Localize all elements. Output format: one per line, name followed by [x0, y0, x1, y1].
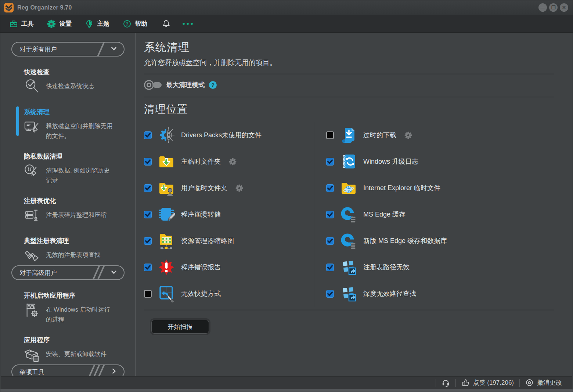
checkbox-checked[interactable]: [144, 158, 152, 166]
typical-registry-cleanup-icon: [24, 247, 42, 265]
cleanup-item: 用户临时文件夹: [144, 175, 314, 201]
checkbox-checked[interactable]: [326, 158, 334, 166]
cleanup-item: 程序错误报告: [144, 254, 314, 280]
checkbox-checked[interactable]: [144, 131, 152, 139]
sidebar-item-title: 开机启动应用程序: [24, 291, 132, 300]
undo-label: 撤消更改: [537, 378, 562, 387]
invalid-shortcuts-icon: [157, 284, 176, 303]
checkbox-checked[interactable]: [326, 237, 334, 245]
sidebar-group-label: 对于所有用户: [19, 45, 57, 54]
toolbar-help-label: 帮助: [135, 19, 147, 28]
overflow-menu-icon[interactable]: [181, 22, 194, 26]
cleanup-item: 新版 MS Edge 缓存和数据库: [326, 228, 554, 254]
sidebar-group-header[interactable]: 对于高级用户: [11, 265, 125, 280]
app-window: Reg Organizer 9.70 — ❐ ✕ 工具 设置 主题 ?: [0, 0, 573, 392]
drivers-packs-icon: [157, 126, 176, 145]
error-reports-icon: [157, 258, 176, 277]
cleanup-item: 注册表路径无效: [326, 254, 554, 280]
undo-changes-button[interactable]: 撤消更改: [525, 378, 562, 387]
support-button[interactable]: [442, 378, 450, 387]
crash-dumps-icon: [157, 205, 176, 224]
cleanup-item: 无效快捷方式: [144, 280, 314, 307]
sidebar-item-system-cleanup[interactable]: 系统清理释放磁盘空间并删除无用的文件。: [24, 108, 132, 141]
sidebar-item-title: 应用程序: [24, 335, 132, 344]
statusbar: 点赞 (197,206) 撤消更改: [1, 376, 572, 389]
checkbox-checked[interactable]: [326, 290, 334, 298]
sidebar-item-title: 快速检查: [24, 68, 132, 76]
bell-icon[interactable]: [162, 19, 170, 28]
toggle-track: [152, 82, 162, 88]
outdated-downloads-icon: [339, 126, 358, 145]
quick-check-icon: [24, 78, 42, 97]
app-icon: [4, 3, 14, 12]
close-button[interactable]: ✕: [560, 3, 568, 12]
cleanup-column-left: Drivers Packs未使用的文件主临时文件夹用户临时文件夹程序崩溃转储资源…: [144, 122, 314, 307]
startup-apps-icon: [24, 302, 42, 320]
cleanup-locations-list: Drivers Packs未使用的文件主临时文件夹用户临时文件夹程序崩溃转储资源…: [144, 122, 554, 310]
toolbar-help[interactable]: ? 帮助: [123, 19, 147, 28]
svg-text:?: ?: [126, 21, 129, 26]
help-icon[interactable]: ?: [209, 81, 217, 89]
explorer-thumbnails-icon: [157, 231, 176, 250]
checkbox-checked[interactable]: [326, 264, 334, 271]
minimize-button[interactable]: —: [538, 3, 547, 12]
sidebar-item-desc: 释放磁盘空间并删除无用的文件。: [46, 118, 113, 141]
cleanup-item: 主临时文件夹: [144, 148, 314, 175]
maximize-button[interactable]: ❐: [549, 3, 558, 12]
sidebar-item-startup-apps[interactable]: 开机启动应用程序在 Windows 启动时运行的进程: [24, 291, 132, 324]
cleanup-item-label: 程序崩溃转储: [181, 210, 221, 219]
chevron-right-icon: [109, 367, 118, 376]
checkbox-checked[interactable]: [144, 237, 152, 245]
sidebar-group-label: 杂项工具: [19, 368, 44, 376]
question-icon: ?: [123, 19, 131, 28]
registry-optimize-icon: [24, 207, 42, 225]
checkbox-unchecked[interactable]: [326, 131, 334, 139]
sidebar-item-desc: 安装、更新或卸载软件: [46, 346, 113, 359]
cleanup-item-label: 无效快捷方式: [181, 289, 221, 298]
sidebar-item-registry-optimize[interactable]: 注册表优化注册表碎片整理和压缩: [24, 196, 132, 225]
checkbox-checked[interactable]: [144, 211, 152, 218]
like-label: 点赞 (197,206): [473, 378, 514, 387]
page-subtitle: 允许您释放磁盘空间，并删除无用的项目。: [144, 58, 554, 68]
checkbox-unchecked[interactable]: [144, 290, 152, 298]
sidebar-item-privacy-cleanup[interactable]: 隐私数据清理清理数据, 例如浏览历史记录: [24, 152, 132, 185]
start-scan-button[interactable]: 开始扫描: [151, 320, 209, 334]
sidebar-item-typical-registry-cleanup[interactable]: 典型注册表清理无效的注册表项查找: [24, 236, 132, 265]
sidebar-item-desc: 清理数据, 例如浏览历史记录: [46, 163, 113, 185]
cleanup-item-label: 程序错误报告: [181, 263, 221, 272]
checkbox-checked[interactable]: [144, 184, 152, 192]
sidebar-group-header[interactable]: 杂项工具: [11, 364, 125, 376]
max-clean-toggle[interactable]: [144, 80, 162, 90]
toolbar-settings[interactable]: 设置: [47, 19, 72, 28]
checkbox-checked[interactable]: [326, 211, 334, 218]
sidebar-group-label: 对于高级用户: [19, 269, 57, 277]
statusbar-separator: [436, 379, 436, 387]
sidebar-item-desc: 无效的注册表项查找: [46, 247, 113, 260]
toolbar-tools[interactable]: 工具: [9, 19, 34, 28]
window-title: Reg Organizer 9.70: [17, 4, 72, 11]
like-button[interactable]: 点赞 (197,206): [461, 378, 514, 387]
checkbox-checked[interactable]: [326, 184, 334, 192]
user-temp-folder-icon: [157, 178, 176, 197]
item-settings-gear-icon[interactable]: [235, 184, 243, 192]
toolbar-theme-label: 主题: [97, 19, 109, 28]
chevron-down-icon: [109, 268, 118, 278]
item-settings-gear-icon[interactable]: [229, 158, 237, 166]
checkbox-checked[interactable]: [144, 264, 152, 271]
cleanup-item: MS Edge 缓存: [326, 201, 554, 228]
item-settings-gear-icon[interactable]: [404, 131, 412, 139]
pill-stripe: [95, 42, 105, 57]
cleanup-item-label: 过时的下载: [363, 131, 396, 139]
cleanup-item-label: 深度无效路径查找: [363, 289, 416, 298]
sidebar-item-title: 隐私数据清理: [24, 152, 132, 161]
sidebar-item-applications[interactable]: 应用程序安装、更新或卸载软件: [24, 335, 132, 364]
toolbar-theme[interactable]: 主题: [85, 19, 109, 28]
cleanup-item: 资源管理器缩略图: [144, 228, 314, 254]
undo-icon: [525, 378, 534, 387]
sidebar-item-quick-check[interactable]: 快速检查快速检查系统状态: [24, 68, 132, 97]
statusbar-separator: [455, 379, 456, 387]
sidebar-item-desc: 在 Windows 启动时运行的进程: [46, 302, 113, 324]
registry-paths-icon: [339, 258, 358, 277]
toolbar-settings-label: 设置: [59, 19, 72, 28]
sidebar-group-header[interactable]: 对于所有用户: [11, 42, 125, 57]
